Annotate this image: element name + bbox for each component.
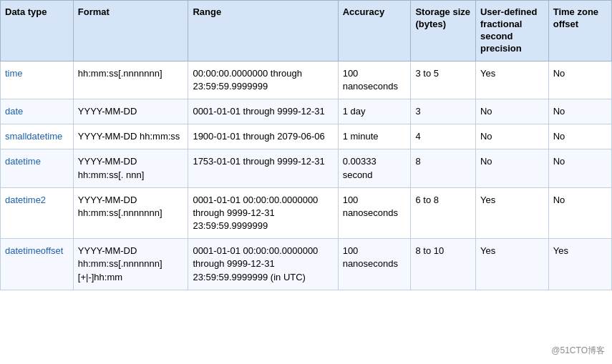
cell-format: YYYY-MM-DD hh:mm:ss: [73, 124, 188, 149]
table-wrapper: Data type Format Range Accuracy Storage …: [0, 0, 612, 364]
cell-range: 1753-01-01 through 9999-12-31: [188, 149, 338, 187]
cell-range: 0001-01-01 00:00:00.0000000 through 9999…: [188, 239, 338, 290]
table-row: timehh:mm:ss[.nnnnnnn]00:00:00.0000000 t…: [1, 61, 612, 99]
cell-userdefined: Yes: [475, 187, 548, 239]
header-userdefined: User-defined fractional second precision: [475, 1, 548, 62]
cell-timezone: No: [548, 61, 611, 99]
table-row: dateYYYY-MM-DD0001-01-01 through 9999-12…: [1, 99, 612, 124]
cell-userdefined: Yes: [475, 239, 548, 290]
table-row: smalldatetimeYYYY-MM-DD hh:mm:ss1900-01-…: [1, 124, 612, 149]
cell-range: 0001-01-01 00:00:00.0000000 through 9999…: [188, 187, 338, 239]
cell-userdefined: Yes: [475, 61, 548, 99]
cell-datatype: time: [1, 61, 74, 99]
table-row: datetime2YYYY-MM-DD hh:mm:ss[.nnnnnnn]00…: [1, 187, 612, 239]
table-row: datetimeYYYY-MM-DD hh:mm:ss[. nnn]1753-0…: [1, 149, 612, 187]
cell-datatype: datetime2: [1, 187, 74, 239]
header-row: Data type Format Range Accuracy Storage …: [1, 1, 612, 62]
cell-userdefined: No: [475, 99, 548, 124]
cell-datatype: datetimeoffset: [1, 239, 74, 290]
watermark: @51CTO博客: [551, 345, 605, 357]
cell-range: 00:00:00.0000000 through 23:59:59.999999…: [188, 61, 338, 99]
cell-format: YYYY-MM-DD hh:mm:ss[. nnn]: [73, 149, 188, 187]
data-table: Data type Format Range Accuracy Storage …: [0, 0, 612, 290]
cell-accuracy: 1 day: [338, 99, 411, 124]
header-range: Range: [188, 1, 338, 62]
cell-format: YYYY-MM-DD hh:mm:ss[.nnnnnnn] [+|-]hh:mm: [73, 239, 188, 290]
cell-timezone: Yes: [548, 239, 611, 290]
cell-timezone: No: [548, 99, 611, 124]
cell-datatype: smalldatetime: [1, 124, 74, 149]
cell-storage: 8: [411, 149, 475, 187]
header-timezone: Time zone offset: [548, 1, 611, 62]
cell-accuracy: 1 minute: [338, 124, 411, 149]
cell-userdefined: No: [475, 149, 548, 187]
cell-accuracy: 100 nanoseconds: [338, 61, 411, 99]
cell-format: YYYY-MM-DD: [73, 99, 188, 124]
cell-datatype: datetime: [1, 149, 74, 187]
cell-timezone: No: [548, 149, 611, 187]
header-format: Format: [73, 1, 188, 62]
cell-datatype: date: [1, 99, 74, 124]
cell-userdefined: No: [475, 124, 548, 149]
cell-storage: 3 to 5: [411, 61, 475, 99]
cell-storage: 8 to 10: [411, 239, 475, 290]
cell-range: 0001-01-01 through 9999-12-31: [188, 99, 338, 124]
cell-timezone: No: [548, 124, 611, 149]
cell-accuracy: 0.00333 second: [338, 149, 411, 187]
cell-storage: 4: [411, 124, 475, 149]
header-datatype: Data type: [1, 1, 74, 62]
cell-accuracy: 100 nanoseconds: [338, 187, 411, 239]
cell-timezone: No: [548, 187, 611, 239]
header-storage: Storage size (bytes): [411, 1, 475, 62]
header-accuracy: Accuracy: [338, 1, 411, 62]
cell-storage: 6 to 8: [411, 187, 475, 239]
cell-range: 1900-01-01 through 2079-06-06: [188, 124, 338, 149]
cell-format: YYYY-MM-DD hh:mm:ss[.nnnnnnn]: [73, 187, 188, 239]
cell-accuracy: 100 nanoseconds: [338, 239, 411, 290]
cell-format: hh:mm:ss[.nnnnnnn]: [73, 61, 188, 99]
cell-storage: 3: [411, 99, 475, 124]
table-row: datetimeoffsetYYYY-MM-DD hh:mm:ss[.nnnnn…: [1, 239, 612, 290]
